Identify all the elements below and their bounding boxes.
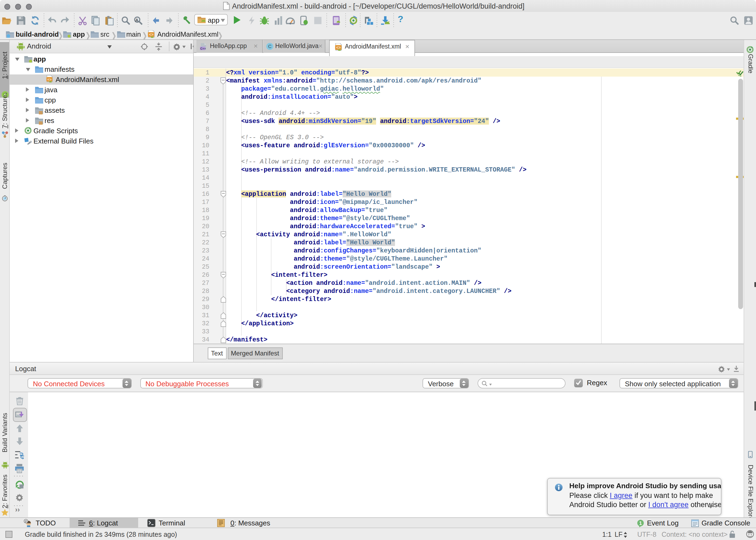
svg-text:C: C bbox=[268, 44, 271, 49]
svg-text:1: 1 bbox=[639, 520, 642, 526]
svg-text:A: A bbox=[135, 18, 138, 23]
svg-text:C++: C++ bbox=[200, 47, 206, 50]
